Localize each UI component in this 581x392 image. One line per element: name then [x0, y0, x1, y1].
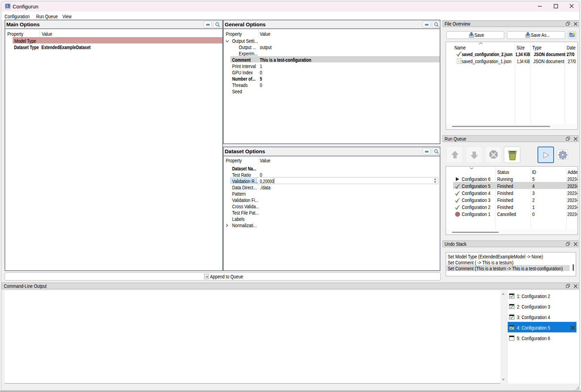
- svg-text:{}: {}: [458, 60, 462, 63]
